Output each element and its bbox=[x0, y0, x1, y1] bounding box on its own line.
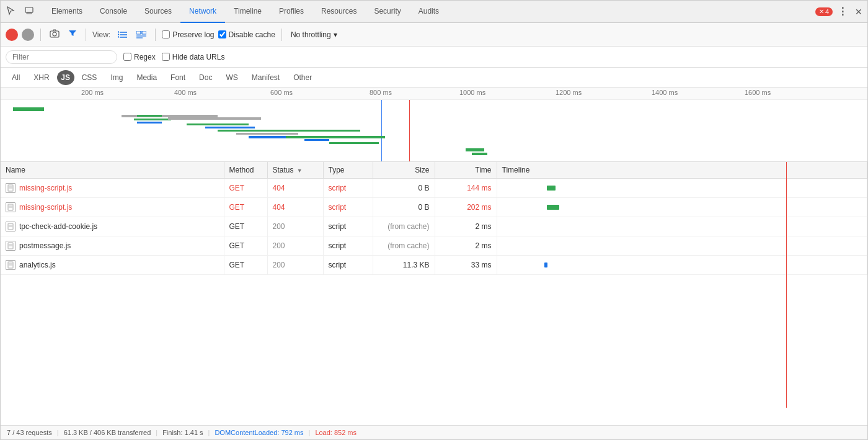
type-filter-other[interactable]: Other bbox=[287, 71, 318, 84]
hide-data-urls-checkbox[interactable] bbox=[162, 53, 170, 61]
col-status[interactable]: Status ▼ bbox=[267, 162, 323, 179]
tab-profiles[interactable]: Profiles bbox=[270, 1, 312, 23]
table-wrapper[interactable]: Name Method Status ▼ Type Size Time Time… bbox=[1, 162, 867, 425]
throttle-select[interactable]: No throttling ▾ bbox=[288, 29, 340, 40]
type-filter-js[interactable]: JS bbox=[57, 70, 74, 85]
hide-data-urls-label[interactable]: Hide data URLs bbox=[162, 53, 225, 61]
table-row[interactable]: tpc-check-add-cookie.js GET 200 script (… bbox=[1, 217, 867, 236]
cursor-icon[interactable] bbox=[3, 3, 18, 20]
preserve-log-label[interactable]: Preserve log bbox=[162, 30, 214, 39]
type-filter-img[interactable]: Img bbox=[104, 71, 129, 84]
tab-sources[interactable]: Sources bbox=[136, 1, 180, 23]
waterfall-bar-gray-4 bbox=[280, 133, 298, 135]
row-4-type: script bbox=[323, 236, 373, 256]
svg-rect-12 bbox=[136, 31, 141, 34]
svg-point-5 bbox=[53, 32, 56, 36]
row-5-size: 11.3 KB bbox=[373, 256, 435, 275]
tick-1400ms: 1400 ms bbox=[652, 89, 678, 96]
disable-cache-checkbox[interactable] bbox=[218, 30, 226, 38]
table-row[interactable]: postmessage.js GET 200 script (from cach… bbox=[1, 236, 867, 256]
toolbar-separator-1 bbox=[40, 29, 41, 41]
row-1-timeline bbox=[497, 179, 867, 198]
type-filter-xhr[interactable]: XHR bbox=[27, 71, 55, 84]
row-4-time: 2 ms bbox=[435, 236, 497, 256]
regex-checkbox[interactable] bbox=[123, 53, 131, 61]
row-1-time: 144 ms bbox=[435, 179, 497, 198]
tab-audits[interactable]: Audits bbox=[410, 1, 448, 23]
row-3-status: 200 bbox=[267, 217, 323, 236]
tab-elements[interactable]: Elements bbox=[43, 1, 91, 23]
col-type[interactable]: Type bbox=[323, 162, 373, 179]
devtools-icons bbox=[3, 3, 37, 20]
type-filter-ws[interactable]: WS bbox=[219, 71, 244, 84]
svg-rect-11 bbox=[118, 36, 119, 37]
filter-icon[interactable] bbox=[66, 28, 79, 41]
type-filter-all[interactable]: All bbox=[6, 71, 26, 84]
svg-rect-10 bbox=[118, 34, 119, 35]
tick-200ms: 200 ms bbox=[81, 89, 104, 96]
waterfall-bar-gray-2 bbox=[168, 117, 261, 120]
filter-input[interactable] bbox=[6, 50, 117, 64]
more-menu-icon[interactable]: ⋮ bbox=[835, 3, 850, 20]
waterfall-bar-blue-2 bbox=[205, 127, 255, 128]
col-name[interactable]: Name bbox=[1, 162, 224, 179]
waterfall-bar-green-5 bbox=[280, 130, 360, 132]
regex-label[interactable]: Regex bbox=[123, 53, 156, 61]
network-table: Name Method Status ▼ Type Size Time Time… bbox=[1, 162, 867, 275]
waterfall-bar-green-2 bbox=[137, 115, 162, 117]
waterfall-bar-green-7 bbox=[329, 142, 379, 144]
record-button[interactable] bbox=[6, 29, 18, 41]
type-filter-css[interactable]: CSS bbox=[76, 71, 104, 84]
devtools-container: Elements Console Sources Network Timelin… bbox=[0, 0, 868, 440]
row-2-method: GET bbox=[224, 198, 267, 217]
tab-resources[interactable]: Resources bbox=[312, 1, 365, 23]
toolbar-separator-4 bbox=[281, 29, 282, 41]
row-1-name[interactable]: missing-script.js bbox=[1, 179, 224, 198]
table-header-row: Name Method Status ▼ Type Size Time Time… bbox=[1, 162, 867, 179]
row-5-name[interactable]: analytics.js bbox=[1, 256, 224, 275]
load-time: Load: 852 ms bbox=[315, 429, 356, 436]
network-toolbar: View: Preserve log bbox=[1, 23, 867, 47]
type-filter-manifest[interactable]: Manifest bbox=[246, 71, 286, 84]
col-size[interactable]: Size bbox=[373, 162, 435, 179]
row-4-status: 200 bbox=[267, 236, 323, 256]
col-time[interactable]: Time bbox=[435, 162, 497, 179]
disable-cache-label[interactable]: Disable cache bbox=[218, 30, 275, 39]
device-icon[interactable] bbox=[22, 3, 37, 20]
row-3-name[interactable]: tpc-check-add-cookie.js bbox=[1, 217, 224, 236]
row-2-size: 0 B bbox=[373, 198, 435, 217]
detail-view-button[interactable] bbox=[134, 30, 149, 40]
tick-800ms: 800 ms bbox=[370, 89, 392, 96]
camera-icon[interactable] bbox=[47, 28, 62, 41]
waterfall-bar-1 bbox=[13, 107, 44, 111]
type-filter-media[interactable]: Media bbox=[130, 71, 163, 84]
filter-row: Regex Hide data URLs bbox=[1, 47, 867, 68]
file-icon-4 bbox=[6, 241, 16, 251]
stop-button[interactable] bbox=[22, 29, 34, 41]
list-view-button[interactable] bbox=[115, 30, 130, 40]
waterfall-bar-green-6 bbox=[286, 136, 385, 138]
row-3-time: 2 ms bbox=[435, 217, 497, 236]
tab-console[interactable]: Console bbox=[91, 1, 136, 23]
type-filter-doc[interactable]: Doc bbox=[193, 71, 218, 84]
table-row[interactable]: missing-script.js GET 404 script 0 B 144… bbox=[1, 179, 867, 198]
preserve-log-checkbox[interactable] bbox=[162, 30, 170, 38]
dom-content-loaded: DOMContentLoaded: 792 ms bbox=[215, 429, 303, 436]
close-devtools-icon[interactable]: ✕ bbox=[852, 4, 865, 19]
sep-1: | bbox=[57, 429, 59, 436]
table-row[interactable]: analytics.js GET 200 script 11.3 KB 33 m… bbox=[1, 256, 867, 275]
row-4-name[interactable]: postmessage.js bbox=[1, 236, 224, 256]
type-filter-font[interactable]: Font bbox=[164, 71, 192, 84]
row-2-name[interactable]: missing-script.js bbox=[1, 198, 224, 217]
col-method[interactable]: Method bbox=[224, 162, 267, 179]
tab-timeline[interactable]: Timeline bbox=[225, 1, 270, 23]
tick-1000ms: 1000 ms bbox=[459, 89, 485, 96]
file-icon-2 bbox=[6, 202, 16, 212]
tab-network[interactable]: Network bbox=[180, 1, 225, 23]
row-5-time: 33 ms bbox=[435, 256, 497, 275]
col-timeline[interactable]: Timeline bbox=[497, 162, 867, 179]
load-line bbox=[409, 100, 410, 162]
table-row[interactable]: missing-script.js GET 404 script 0 B 202… bbox=[1, 198, 867, 217]
row-5-status: 200 bbox=[267, 256, 323, 275]
tab-security[interactable]: Security bbox=[365, 1, 409, 23]
